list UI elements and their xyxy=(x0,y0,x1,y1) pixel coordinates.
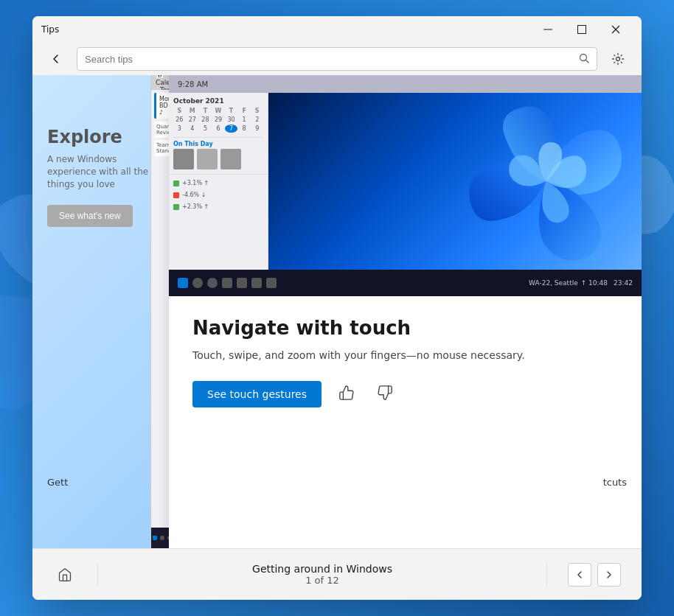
hero-content: October 2021 S M T W T F S 26 xyxy=(169,93,642,270)
settings-icon xyxy=(611,52,625,66)
hero-taskbar: WA-22, Seattle ↑ 10:48 23:42 xyxy=(169,270,642,296)
maximize-button[interactable] xyxy=(565,16,599,43)
card-actions: See touch gestures xyxy=(192,381,618,407)
chevron-left-icon xyxy=(575,570,584,579)
search-bar[interactable] xyxy=(77,47,597,71)
close-icon xyxy=(611,25,620,34)
hero-time: 9:28 AM xyxy=(178,80,208,88)
thumbs-down-icon xyxy=(377,385,393,405)
see-touch-gestures-button[interactable]: See touch gestures xyxy=(192,381,322,407)
chevron-right-icon xyxy=(605,570,614,579)
left-peek-label: Gett xyxy=(47,477,68,488)
svg-rect-2 xyxy=(578,26,586,34)
explore-text-area: Explore A new Windows experience with al… xyxy=(47,127,158,227)
minimize-button[interactable] xyxy=(531,16,565,43)
windows11-flower xyxy=(465,100,627,262)
back-icon xyxy=(50,53,62,65)
cards-viewport: Explore A new Windows experience with al… xyxy=(32,75,642,548)
card-title: Navigate with touch xyxy=(192,317,618,339)
content-area: Explore A new Windows experience with al… xyxy=(32,75,642,548)
bottom-navigation-bar: Getting around in Windows 1 of 12 xyxy=(32,548,642,600)
nav-progress: 1 of 12 xyxy=(305,575,339,586)
explore-title: Explore xyxy=(47,127,158,147)
hero-image: 9:28 AM October 2021 S M T xyxy=(169,75,642,296)
search-icon xyxy=(579,53,589,66)
main-card: 9:28 AM October 2021 S M T xyxy=(169,75,642,548)
search-input[interactable] xyxy=(85,54,573,65)
next-button[interactable] xyxy=(597,563,621,587)
thumbs-up-icon xyxy=(338,385,355,405)
prev-button[interactable] xyxy=(568,563,591,587)
thumbs-down-button[interactable] xyxy=(372,381,398,407)
minimize-icon xyxy=(543,25,552,34)
svg-point-7 xyxy=(616,57,620,61)
thumbs-up-button[interactable] xyxy=(333,381,360,407)
home-icon xyxy=(58,567,72,582)
home-button[interactable] xyxy=(53,563,77,587)
right-peek-label: tcuts xyxy=(603,477,627,488)
window-title: Tips xyxy=(41,24,59,35)
titlebar: Tips xyxy=(32,16,642,43)
settings-button[interactable] xyxy=(606,47,630,71)
svg-line-6 xyxy=(586,60,589,63)
explore-cta-button[interactable]: See what's new xyxy=(47,205,133,227)
nav-arrows xyxy=(546,563,642,587)
app-panel: October 2021 S M T W T F S 26 xyxy=(169,93,268,270)
calendar-grid: S M T W T F S 26 27 28 xyxy=(173,107,263,133)
hero-statusbar: 9:28 AM xyxy=(169,75,642,93)
wallpaper-area xyxy=(268,93,642,270)
window-controls xyxy=(531,16,633,43)
card-text-section: Navigate with touch Touch, swipe, and zo… xyxy=(169,296,642,548)
home-section xyxy=(32,563,98,587)
toolbar xyxy=(32,43,642,75)
explore-subtitle: A new Windows experience with all the th… xyxy=(47,153,158,190)
card-description: Touch, swipe, and zoom with your fingers… xyxy=(192,348,618,363)
nav-center: Getting around in Windows 1 of 12 xyxy=(98,563,546,586)
app-window: Tips xyxy=(32,16,642,600)
maximize-icon xyxy=(577,25,586,34)
nav-category-title: Getting around in Windows xyxy=(252,563,392,575)
back-button[interactable] xyxy=(44,47,68,71)
svg-rect-1 xyxy=(543,29,552,30)
calendar-widget: October 2021 S M T W T F S 26 xyxy=(169,93,268,174)
close-button[interactable] xyxy=(599,16,633,43)
